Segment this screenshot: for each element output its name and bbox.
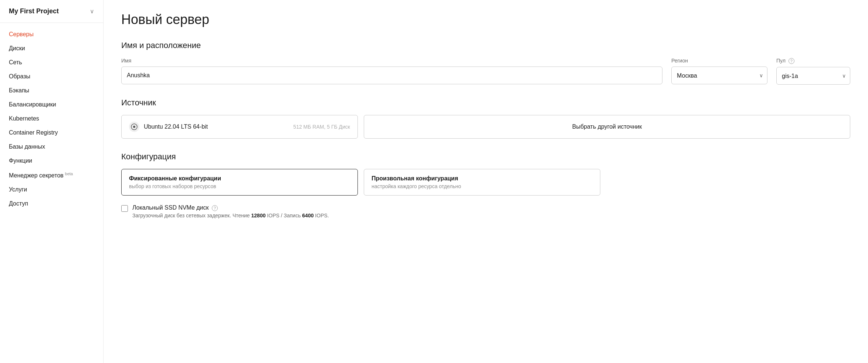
ssd-checkbox-row: Локальный SSD NVMe диск ? Загрузочный ди… <box>121 204 850 218</box>
sidebar-item-services[interactable]: Услуги <box>0 183 103 197</box>
sidebar-item-kubernetes[interactable]: Kubernetes <box>0 112 103 126</box>
sidebar: My First Project ∨ Серверы Диски Сеть Об… <box>0 0 104 363</box>
server-name-input[interactable] <box>121 67 662 84</box>
name-label: Имя <box>121 58 662 64</box>
other-source-button[interactable]: Выбрать другой источник <box>364 115 850 139</box>
sidebar-nav: Серверы Диски Сеть Образы Бэкапы Баланси… <box>0 23 103 215</box>
ssd-label: Локальный SSD NVMe диск ? <box>132 204 329 211</box>
sidebar-item-images[interactable]: Образы <box>0 69 103 84</box>
ssd-checkbox[interactable] <box>121 205 128 212</box>
section-source-title: Источник <box>121 98 850 108</box>
ssd-text-block: Локальный SSD NVMe диск ? Загрузочный ди… <box>132 204 329 218</box>
ssd-help-icon[interactable]: ? <box>212 205 218 211</box>
beta-badge: beta <box>65 172 73 176</box>
sidebar-item-network[interactable]: Сеть <box>0 55 103 69</box>
config-custom-title: Произвольная конфигурация <box>372 175 593 182</box>
config-custom-desc: настройка каждого ресурса отдельно <box>372 183 593 189</box>
main-content: Новый сервер Имя и расположение Имя Реги… <box>104 0 868 363</box>
name-field-group: Имя <box>121 58 662 84</box>
region-field-group: Регион Москва Санкт-Петербург Новосибирс… <box>671 58 767 84</box>
pool-select-wrapper: gis-1a gis-1b gis-2a ∨ <box>776 67 850 85</box>
project-name: My First Project <box>9 7 59 15</box>
page-title: Новый сервер <box>121 12 850 27</box>
sidebar-item-secrets[interactable]: Менеджер секретовbeta <box>0 168 103 183</box>
svg-point-1 <box>133 126 135 128</box>
source-row: Ubuntu 22.04 LTS 64-bit 512 МБ RAM, 5 ГБ… <box>121 115 850 139</box>
section-source: Источник Ubuntu 22.04 LTS 64-bit 512 МБ … <box>121 98 850 139</box>
pool-help-icon[interactable]: ? <box>789 58 794 64</box>
pool-select[interactable]: gis-1a gis-1b gis-2a <box>776 67 850 85</box>
sidebar-item-disks[interactable]: Диски <box>0 41 103 55</box>
pool-field-group: Пул ? gis-1a gis-1b gis-2a ∨ <box>776 58 850 85</box>
section-name-location-title: Имя и расположение <box>121 41 850 50</box>
source-current: Ubuntu 22.04 LTS 64-bit 512 МБ RAM, 5 ГБ… <box>121 115 358 139</box>
config-fixed-card[interactable]: Фиксированные конфигурации выбор из гото… <box>121 169 358 196</box>
sidebar-item-functions[interactable]: Функции <box>0 154 103 168</box>
config-options-row: Фиксированные конфигурации выбор из гото… <box>121 169 850 196</box>
sidebar-item-access[interactable]: Доступ <box>0 197 103 211</box>
project-selector[interactable]: My First Project ∨ <box>0 0 103 23</box>
source-name: Ubuntu 22.04 LTS 64-bit <box>144 123 289 130</box>
chevron-down-icon: ∨ <box>90 8 94 15</box>
pool-label: Пул ? <box>776 58 850 64</box>
config-fixed-title: Фиксированные конфигурации <box>129 175 350 182</box>
config-custom-card[interactable]: Произвольная конфигурация настройка кажд… <box>364 169 600 196</box>
sidebar-item-servers[interactable]: Серверы <box>0 27 103 41</box>
sidebar-item-backups[interactable]: Бэкапы <box>0 84 103 98</box>
section-config: Конфигурация Фиксированные конфигурации … <box>121 152 850 218</box>
source-specs: 512 МБ RAM, 5 ГБ Диск <box>293 124 350 130</box>
ssd-desc: Загрузочный диск без сетевых задержек. Ч… <box>132 213 329 218</box>
fields-row: Имя Регион Москва Санкт-Петербург Новоси… <box>121 58 850 85</box>
region-select-wrapper: Москва Санкт-Петербург Новосибирск ∨ <box>671 67 767 84</box>
section-config-title: Конфигурация <box>121 152 850 162</box>
source-os-icon <box>129 122 139 132</box>
sidebar-item-container-registry[interactable]: Container Registry <box>0 126 103 140</box>
config-fixed-desc: выбор из готовых наборов ресурсов <box>129 183 350 189</box>
region-label: Регион <box>671 58 767 64</box>
region-select[interactable]: Москва Санкт-Петербург Новосибирск <box>671 67 767 84</box>
sidebar-item-databases[interactable]: Базы данных <box>0 140 103 154</box>
sidebar-item-balancers[interactable]: Балансировщики <box>0 98 103 112</box>
section-name-location: Имя и расположение Имя Регион Москва Сан… <box>121 41 850 85</box>
